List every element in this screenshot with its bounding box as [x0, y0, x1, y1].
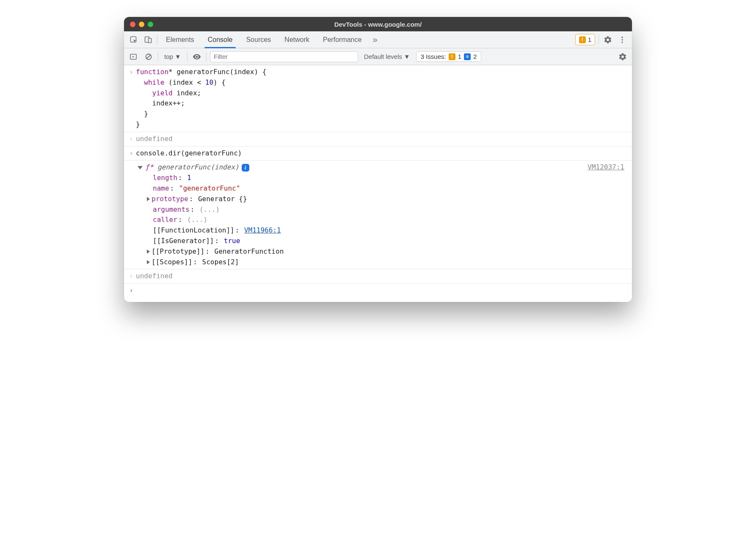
settings-icon[interactable]: [601, 31, 615, 48]
console-output-row: undefined: [124, 269, 632, 284]
devtools-window: DevTools - www.google.com/ Elements Cons…: [124, 17, 632, 302]
output-prompt-icon: [127, 134, 136, 144]
execution-context-selector[interactable]: top ▼: [162, 53, 184, 60]
device-toggle-icon[interactable]: [141, 31, 155, 48]
svg-rect-2: [149, 38, 152, 43]
prop-length[interactable]: length: 1: [153, 173, 588, 183]
function-signature: ƒ* generatorFunc(index): [145, 162, 239, 173]
minimize-window-button[interactable]: [139, 22, 144, 27]
prop-scopes[interactable]: [[Scopes]]: Scopes[2]: [153, 257, 588, 268]
more-tabs-button[interactable]: »: [368, 31, 381, 48]
live-expression-icon[interactable]: [191, 51, 203, 63]
vm-link[interactable]: VM11966:1: [244, 225, 281, 236]
console-toolbar: top ▼ Default levels ▼ 3 Issues: ! 1 ≡ 2: [124, 48, 632, 65]
prop-caller[interactable]: caller: (...): [153, 215, 588, 225]
active-prompt-icon: [127, 285, 136, 296]
toggle-sidebar-icon[interactable]: [127, 51, 139, 63]
tree-header[interactable]: ƒ* generatorFunc(index) i: [138, 162, 588, 173]
traffic-lights: [124, 22, 153, 27]
prompt-input[interactable]: [136, 285, 628, 296]
object-tree: ƒ* generatorFunc(index) i length: 1 name…: [136, 162, 628, 267]
issues-button[interactable]: 3 Issues: ! 1 ≡ 2: [416, 51, 482, 62]
panel-tabs: Elements Console Sources Network Perform…: [124, 31, 632, 48]
output-value: undefined: [136, 271, 628, 282]
issues-label: 3 Issues:: [421, 53, 446, 60]
disclosure-triangle-icon[interactable]: [147, 197, 150, 201]
filter-input[interactable]: [210, 51, 358, 62]
log-levels-selector[interactable]: Default levels ▼: [361, 53, 413, 60]
svg-line-8: [147, 55, 151, 58]
warning-icon: !: [579, 36, 586, 43]
console-output-row: undefined: [124, 132, 632, 147]
warnings-count: 1: [588, 36, 591, 43]
filter-field: [210, 51, 358, 62]
divider: [157, 35, 157, 45]
context-label: top: [164, 53, 173, 60]
prop-name[interactable]: name: "generatorFunc": [153, 183, 588, 194]
issues-warn-count: 1: [458, 53, 461, 60]
console-prompt-row[interactable]: [124, 284, 632, 302]
clear-console-icon[interactable]: [143, 51, 155, 63]
console-body: function* generatorFunc(index) { while (…: [124, 65, 632, 302]
property-list: length: 1 name: "generatorFunc" prototyp…: [138, 173, 588, 267]
prop-function-location[interactable]: [[FunctionLocation]]: VM11966:1: [153, 225, 588, 236]
disclosure-triangle-icon[interactable]: [147, 260, 150, 264]
zoom-window-button[interactable]: [148, 22, 153, 27]
info-icon: ≡: [464, 53, 471, 60]
prop-arguments[interactable]: arguments: (...): [153, 205, 588, 215]
warnings-badge[interactable]: ! 1: [575, 34, 595, 45]
console-dir-row: ƒ* generatorFunc(index) i length: 1 name…: [124, 161, 632, 269]
output-value: undefined: [136, 134, 628, 144]
tab-sources[interactable]: Sources: [239, 31, 278, 48]
info-icon[interactable]: i: [242, 164, 249, 172]
inspect-element-icon[interactable]: [127, 31, 141, 48]
code-line: console.dir(generatorFunc): [136, 148, 628, 159]
tab-performance[interactable]: Performance: [316, 31, 369, 48]
close-window-button[interactable]: [130, 22, 135, 27]
prop-prototype[interactable]: prototype: Generator {}: [153, 194, 588, 205]
console-input-row[interactable]: function* generatorFunc(index) { while (…: [124, 65, 632, 132]
console-settings-icon[interactable]: [617, 51, 629, 63]
input-prompt-icon: [127, 67, 136, 78]
svg-point-5: [621, 42, 623, 43]
chevron-down-icon: ▼: [404, 53, 410, 60]
more-options-icon[interactable]: [615, 31, 629, 48]
svg-point-4: [621, 39, 623, 40]
titlebar[interactable]: DevTools - www.google.com/: [124, 17, 632, 31]
source-link[interactable]: VM12037:1: [588, 162, 624, 173]
prop-is-generator[interactable]: [[IsGenerator]]: true: [153, 236, 588, 246]
input-prompt-icon: [127, 148, 136, 159]
code-block: function* generatorFunc(index) { while (…: [136, 67, 628, 130]
window-title: DevTools - www.google.com/: [124, 21, 632, 28]
chevron-down-icon: ▼: [175, 53, 181, 60]
tab-network[interactable]: Network: [278, 31, 316, 48]
svg-point-3: [621, 36, 623, 38]
tab-elements[interactable]: Elements: [159, 31, 201, 48]
disclosure-triangle-icon[interactable]: [147, 249, 150, 254]
warning-icon: !: [449, 53, 455, 60]
divider: [599, 35, 599, 45]
console-input-row[interactable]: console.dir(generatorFunc): [124, 147, 632, 161]
prop-internal-prototype[interactable]: [[Prototype]]: GeneratorFunction: [153, 246, 588, 257]
issues-info-count: 2: [473, 53, 477, 60]
output-prompt-icon: [127, 271, 136, 282]
levels-label: Default levels: [364, 53, 402, 60]
tab-console[interactable]: Console: [201, 31, 240, 48]
disclosure-triangle-open-icon[interactable]: [138, 166, 143, 169]
